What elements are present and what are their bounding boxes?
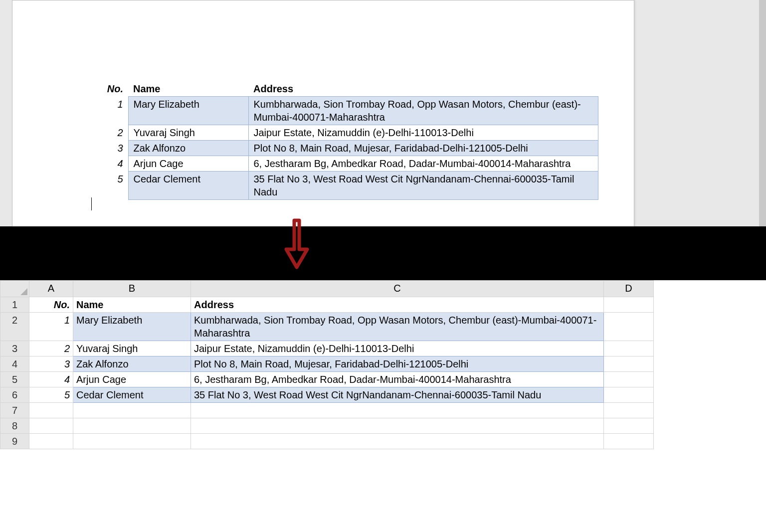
cell[interactable]	[604, 418, 654, 434]
cell[interactable]	[191, 403, 604, 418]
cell[interactable]: Jaipur Estate, Nizamuddin (e)-Delhi-1100…	[191, 341, 604, 356]
excel-grid[interactable]: A B C D 1 No. Name Address 2 1 Mary Eliz…	[0, 280, 654, 449]
scrollbar-track[interactable]	[759, 0, 766, 226]
excel-row[interactable]: 2 1 Mary Elizabeth Kumbharwada, Sion Tro…	[0, 313, 654, 341]
cell-name[interactable]: Cedar Clement	[128, 172, 248, 200]
excel-region: A B C D 1 No. Name Address 2 1 Mary Eliz…	[0, 280, 766, 532]
column-header-A[interactable]: A	[29, 281, 73, 297]
cell-name[interactable]: Arjun Cage	[128, 156, 248, 172]
cell[interactable]	[29, 403, 73, 418]
cell[interactable]: Mary Elizabeth	[73, 313, 191, 341]
row-header[interactable]: 8	[0, 418, 29, 434]
cell[interactable]: Arjun Cage	[73, 372, 191, 387]
word-page[interactable]: No. Name Address 1 Mary Elizabeth Kumbha…	[12, 0, 634, 227]
cell[interactable]: Address	[191, 297, 604, 313]
table-row[interactable]: 2 Yuvaraj Singh Jaipur Estate, Nizamuddi…	[92, 125, 598, 141]
cell-address[interactable]: Kumbharwada, Sion Trombay Road, Opp Wasa…	[248, 97, 598, 125]
cell[interactable]: Zak Alfonzo	[73, 356, 191, 372]
cell[interactable]: 6, Jestharam Bg, Ambedkar Road, Dadar-Mu…	[191, 372, 604, 387]
cell[interactable]	[604, 372, 654, 387]
cell-address[interactable]: 35 Flat No 3, West Road West Cit NgrNand…	[248, 172, 598, 200]
table-row[interactable]: 5 Cedar Clement 35 Flat No 3, West Road …	[92, 172, 598, 200]
cell[interactable]	[29, 418, 73, 434]
table-row[interactable]: 4 Arjun Cage 6, Jestharam Bg, Ambedkar R…	[92, 156, 598, 172]
cell[interactable]: 5	[29, 387, 73, 403]
header-name: Name	[128, 81, 248, 97]
cell[interactable]	[73, 403, 191, 418]
excel-row[interactable]: 8	[0, 418, 654, 434]
cell-no[interactable]: 2	[92, 125, 128, 141]
cell[interactable]: Cedar Clement	[73, 387, 191, 403]
cell[interactable]	[29, 434, 73, 449]
cell[interactable]	[191, 434, 604, 449]
select-all-corner[interactable]	[0, 281, 29, 297]
cell[interactable]: No.	[29, 297, 73, 313]
cell-no[interactable]: 4	[92, 156, 128, 172]
table-row[interactable]: 1 Mary Elizabeth Kumbharwada, Sion Tromb…	[92, 97, 598, 125]
row-header[interactable]: 4	[0, 356, 29, 372]
cell-name[interactable]: Zak Alfonzo	[128, 141, 248, 156]
divider-band	[0, 226, 766, 280]
excel-row[interactable]: 6 5 Cedar Clement 35 Flat No 3, West Roa…	[0, 387, 654, 403]
excel-row[interactable]: 3 2 Yuvaraj Singh Jaipur Estate, Nizamud…	[0, 341, 654, 356]
cell[interactable]: Yuvaraj Singh	[73, 341, 191, 356]
cell-address[interactable]: Jaipur Estate, Nizamuddin (e)-Delhi-1100…	[248, 125, 598, 141]
cell[interactable]	[604, 434, 654, 449]
header-no: No.	[92, 81, 128, 97]
cell[interactable]: 2	[29, 341, 73, 356]
column-header-B[interactable]: B	[73, 281, 191, 297]
text-cursor	[91, 197, 92, 210]
cell[interactable]: Name	[73, 297, 191, 313]
column-header-C[interactable]: C	[191, 281, 604, 297]
header-address: Address	[248, 81, 598, 97]
cell[interactable]	[604, 297, 654, 313]
table-row[interactable]: 3 Zak Alfonzo Plot No 8, Main Road, Muje…	[92, 141, 598, 156]
row-header[interactable]: 9	[0, 434, 29, 449]
cell[interactable]	[191, 418, 604, 434]
excel-row[interactable]: 5 4 Arjun Cage 6, Jestharam Bg, Ambedkar…	[0, 372, 654, 387]
table-header-row: No. Name Address	[92, 81, 598, 97]
excel-row[interactable]: 7	[0, 403, 654, 418]
cell[interactable]: Kumbharwada, Sion Trombay Road, Opp Wasa…	[191, 313, 604, 341]
cell[interactable]	[604, 341, 654, 356]
cell[interactable]	[73, 418, 191, 434]
cell-no[interactable]: 5	[92, 172, 128, 200]
cell-name[interactable]: Yuvaraj Singh	[128, 125, 248, 141]
cell[interactable]: Plot No 8, Main Road, Mujesar, Faridabad…	[191, 356, 604, 372]
cell-address[interactable]: Plot No 8, Main Road, Mujesar, Faridabad…	[248, 141, 598, 156]
row-header[interactable]: 6	[0, 387, 29, 403]
row-header[interactable]: 1	[0, 297, 29, 313]
cell-no[interactable]: 3	[92, 141, 128, 156]
row-header[interactable]: 5	[0, 372, 29, 387]
word-table[interactable]: No. Name Address 1 Mary Elizabeth Kumbha…	[92, 81, 598, 200]
excel-row[interactable]: 4 3 Zak Alfonzo Plot No 8, Main Road, Mu…	[0, 356, 654, 372]
cell-name[interactable]: Mary Elizabeth	[128, 97, 248, 125]
word-page-region: No. Name Address 1 Mary Elizabeth Kumbha…	[0, 0, 766, 226]
excel-row[interactable]: 9	[0, 434, 654, 449]
cell[interactable]: 35 Flat No 3, West Road West Cit NgrNand…	[191, 387, 604, 403]
cell[interactable]: 3	[29, 356, 73, 372]
cell-address[interactable]: 6, Jestharam Bg, Ambedkar Road, Dadar-Mu…	[248, 156, 598, 172]
down-arrow-icon	[281, 218, 312, 270]
row-header[interactable]: 3	[0, 341, 29, 356]
cell[interactable]	[604, 313, 654, 341]
cell[interactable]	[604, 403, 654, 418]
row-header[interactable]: 2	[0, 313, 29, 341]
cell[interactable]	[604, 356, 654, 372]
row-header[interactable]: 7	[0, 403, 29, 418]
column-header-row[interactable]: A B C D	[0, 281, 654, 297]
excel-row[interactable]: 1 No. Name Address	[0, 297, 654, 313]
column-header-D[interactable]: D	[604, 281, 654, 297]
cell[interactable]	[73, 434, 191, 449]
cell[interactable]: 1	[29, 313, 73, 341]
cell-no[interactable]: 1	[92, 97, 128, 125]
cell[interactable]: 4	[29, 372, 73, 387]
cell[interactable]	[604, 387, 654, 403]
